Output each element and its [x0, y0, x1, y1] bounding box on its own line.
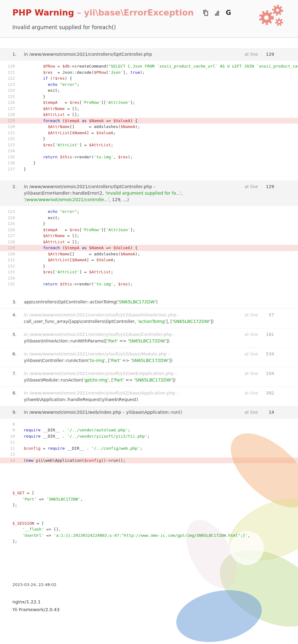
line-number-gutter: 12	[0, 445, 20, 452]
code-line: 135 return $this->render('to-img', $res)…	[0, 281, 298, 287]
stack-frame-text: in /www/wwwroot/omoic2021/web/index.php …	[24, 409, 182, 416]
code-line: 127 $AttrName = [];	[0, 233, 298, 239]
stack-frame-number: 8.	[12, 390, 24, 403]
stack-frame-text: in /www/wwwroot/omoic2021/controllers/Gp…	[24, 51, 152, 58]
request-dump-line	[12, 508, 286, 514]
line-number-gutter: 123	[0, 82, 20, 88]
code-line: 125 }	[0, 94, 298, 100]
request-dump-line: 'UserUrl' => 'a:1:{i:20230324224802;s:47…	[12, 532, 286, 539]
code-line: 121 $res = Json::decode($PRow['Json'], t…	[0, 69, 298, 76]
at-line-label: at line	[244, 312, 258, 317]
stack-frame-header[interactable]: 9.in /www/wwwroot/omoic2021/web/index.ph…	[0, 406, 298, 419]
code-line: 133 $res['AttrList'] = $AttrList;	[0, 269, 298, 275]
line-number-gutter: 129	[0, 118, 20, 124]
code-line: 124 exit;	[0, 87, 298, 94]
header-icon-bar: G	[202, 9, 232, 17]
line-number-gutter: 124	[0, 87, 20, 94]
line-number-gutter: 132	[0, 136, 20, 142]
code-line: 132 }	[0, 263, 298, 269]
stack-frame-number: 7.	[12, 370, 24, 383]
stack-frame-header[interactable]: 1.in /www/wwwroot/omoic2021/controllers/…	[0, 48, 298, 61]
line-number-gutter: 135	[0, 281, 20, 287]
framework-version: Yii Framework/2.0.43	[12, 606, 286, 614]
request-dump-line: $_GET = [	[12, 490, 286, 496]
line-number-gutter: 125	[0, 94, 20, 100]
line-number: 14	[265, 409, 274, 416]
at-line: at line57	[244, 312, 274, 318]
code-line: 134	[0, 275, 298, 281]
line-number-gutter: 9	[0, 427, 20, 433]
google-icon: G	[226, 9, 231, 16]
line-number-gutter: 136	[0, 160, 20, 166]
stack-frame-header[interactable]: 7.in /www/wwwroot/omoic2021/vendor/yiiso…	[0, 367, 298, 386]
line-number-gutter: 131	[0, 257, 20, 263]
line-number-gutter: 13	[0, 451, 20, 457]
stack-frame-header[interactable]: 5.in /www/wwwroot/omoic2021/vendor/yiiso…	[0, 328, 298, 347]
line-number: 104	[265, 370, 274, 377]
stack-frame: 8.in /www/wwwroot/omoic2021/vendor/yiiso…	[0, 386, 298, 406]
stack-frame-text: in /www/wwwroot/omoic2021/vendor/yiisoft…	[24, 390, 179, 403]
code-line: 126 $tempA = $res['ProRow']['AttrJson'];	[0, 227, 298, 233]
line-number-gutter: 8	[0, 421, 20, 427]
request-dump: $_GET = [ 'Part' => 'SN65LBC172DW',];$_S…	[12, 490, 286, 545]
error-message: Invalid argument supplied for foreach()	[12, 24, 286, 30]
at-line: at line534	[244, 351, 274, 357]
code-line: 10require __DIR__ . '/../vendor/yiisoft/…	[0, 433, 298, 439]
request-dump-line	[12, 514, 286, 520]
stack-frame-header[interactable]: 6.in /www/wwwroot/omoic2021/vendor/yiiso…	[0, 347, 298, 367]
line-number: 129	[265, 183, 274, 190]
code-line: 128 $AttrList = [];	[0, 112, 298, 118]
code-line: 123 echo "error";	[0, 209, 298, 215]
copy-icon	[202, 9, 209, 16]
line-number-gutter: 130	[0, 251, 20, 257]
error-summary: PHP Warning – yii\base\ErrorException G	[0, 0, 298, 38]
line-number-gutter: 121	[0, 69, 20, 76]
stack-frame-header[interactable]: 8.in /www/wwwroot/omoic2021/vendor/yiiso…	[0, 386, 298, 406]
stackoverflow-icon	[214, 9, 220, 16]
stack-frame-header[interactable]: 2.in /www/wwwroot/omoic2021/controllers/…	[0, 180, 298, 206]
stack-frame-number: 3.	[12, 299, 24, 305]
error-code-line: 14(new yii\web\Application($config))->ru…	[0, 457, 298, 464]
line-number-gutter: 127	[0, 233, 20, 239]
stack-frame-header[interactable]: 4.in /www/wwwroot/omoic2021/vendor/yiiso…	[0, 308, 298, 328]
stack-frame-text: app\controllers\GptController::actionToI…	[24, 299, 158, 305]
stack-frame-number: 6.	[12, 351, 24, 364]
page-footer: 2023-03-24, 22:48:02 nginx/1.22.1 Yii Fr…	[12, 582, 286, 614]
at-line-label: at line	[244, 332, 258, 337]
at-line-label: at line	[244, 184, 258, 189]
code-line: 131 $AttrList[$NameA] = $ValueA;	[0, 257, 298, 263]
at-line-label: at line	[244, 371, 258, 376]
line-number-gutter: 132	[0, 263, 20, 269]
stack-frame: 1.in /www/wwwroot/omoic2021/controllers/…	[0, 48, 298, 172]
line-number-gutter: 134	[0, 148, 20, 154]
at-line-label: at line	[244, 390, 258, 395]
stack-frame-text: in /www/wwwroot/omoic2021/vendor/yiisoft…	[24, 370, 177, 383]
request-dump-line: ];	[12, 502, 286, 508]
stack-frame-code: 123 echo "error";124 exit;125 }126 $temp…	[0, 209, 298, 287]
at-line: at line14	[244, 409, 274, 416]
stack-frame: 5.in /www/wwwroot/omoic2021/vendor/yiiso…	[0, 328, 298, 347]
exception-class: yii\base\ErrorException	[84, 8, 194, 17]
stack-frame: 4.in /www/wwwroot/omoic2021/vendor/yiiso…	[0, 308, 298, 328]
at-line: at line392	[244, 390, 274, 396]
code-line: 130 $AttrName[] = addslashes($NameA);	[0, 251, 298, 257]
line-number-gutter: 127	[0, 106, 20, 112]
line-number: 392	[265, 390, 274, 396]
line-number-gutter: 134	[0, 275, 20, 281]
copy-button[interactable]	[202, 9, 209, 17]
stackoverflow-button[interactable]	[213, 9, 221, 17]
google-search-button[interactable]: G	[225, 9, 232, 17]
at-line: at line129	[244, 183, 274, 190]
server-version: nginx/1.22.1	[12, 598, 286, 606]
at-line-label: at line	[244, 410, 258, 415]
code-line: 126 $tempA = $res['ProRow']['AttrJson'];	[0, 99, 298, 106]
stack-frame-header[interactable]: 3.app\controllers\GptController::actionT…	[0, 296, 298, 308]
line-number-gutter: 10	[0, 433, 20, 439]
code-line: 12$config = require __DIR__ . '/../confi…	[0, 445, 298, 452]
line-number-gutter: 130	[0, 124, 20, 130]
page-title: PHP Warning – yii\base\ErrorException	[12, 8, 194, 18]
line-number-gutter: 131	[0, 130, 20, 136]
request-dump-line: $_SESSION = [	[12, 520, 286, 527]
line-number-gutter: 128	[0, 112, 20, 118]
code-line: 131 $AttrList[$NameA] = $ValueA;	[0, 130, 298, 136]
